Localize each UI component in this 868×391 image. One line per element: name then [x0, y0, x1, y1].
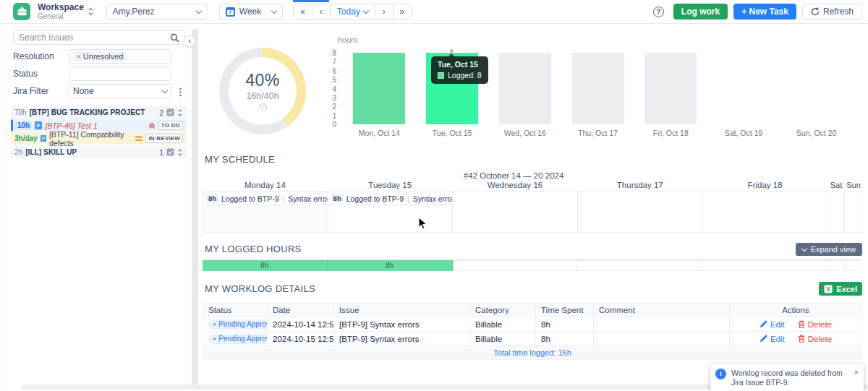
category-cell: Billable: [470, 332, 536, 345]
up-down-chevron-icon: [88, 7, 93, 16]
edit-button[interactable]: Edit: [760, 335, 785, 343]
estimate-label: 2h: [14, 148, 22, 156]
status-badge: TO DO: [158, 121, 183, 130]
logged-hours-cell: [453, 260, 578, 271]
schedule-cell[interactable]: [845, 191, 862, 233]
x-axis-label: Sat, Oct 19: [707, 129, 780, 137]
help-icon[interactable]: ?: [653, 7, 664, 17]
checkbox-icon[interactable]: [166, 108, 174, 116]
bar[interactable]: [572, 53, 624, 124]
status-badge: Pending Approval: [208, 334, 268, 344]
schedule-cell[interactable]: [578, 191, 703, 233]
x-axis-label: Thu, Oct 17: [561, 129, 634, 137]
status-field[interactable]: [69, 66, 171, 81]
priority-medium-icon: [135, 136, 142, 142]
pencil-icon: [760, 335, 767, 343]
schedule-cell[interactable]: 8hLogged to BTP-9|Syntax errors: [203, 191, 328, 233]
jira-filter-label: Jira Filter: [13, 86, 69, 96]
sidebar-item-issue-btp-11[interactable]: 3h/day [BTP-11] Compatibility defects IN…: [11, 132, 187, 145]
user-select-value: Amy.Perez: [113, 7, 155, 17]
logged-hours-cell[interactable]: 8h: [203, 260, 328, 271]
x-axis-label: Sun, Oct 20: [780, 129, 853, 137]
issue-count: 2: [159, 108, 163, 117]
filter-menu-button[interactable]: [176, 87, 184, 97]
close-icon[interactable]: ×: [854, 369, 859, 376]
search-icon[interactable]: [170, 33, 179, 43]
user-select[interactable]: Amy.Perez: [106, 4, 208, 20]
schedule-cell[interactable]: 8hLogged to BTP-9|Syntax errors: [328, 191, 454, 233]
document-icon: [35, 121, 42, 129]
total-time-logged: Total time logged: 16h: [203, 346, 862, 360]
bar-chart-plot: [343, 53, 853, 124]
delete-button[interactable]: Delete: [798, 320, 832, 329]
date-cell: 2024-10-15 12:54: [268, 332, 334, 345]
next-week-button[interactable]: ›: [375, 4, 393, 19]
jira-filter-select[interactable]: None: [69, 84, 171, 98]
top-toolbar: Workspace General Amy.Perez 7 Week « ‹ T…: [0, 0, 868, 24]
refresh-button[interactable]: Refresh: [802, 4, 862, 20]
period-select[interactable]: 7 Week: [219, 4, 283, 20]
actions-cell: Edit Delete: [730, 332, 862, 345]
status-cell: Pending Approval: [203, 332, 268, 345]
log-work-button[interactable]: Log work: [673, 4, 728, 20]
mouse-cursor: [418, 217, 427, 230]
entry-summary-text: Syntax errors: [288, 194, 328, 203]
schedule-cell[interactable]: [827, 191, 845, 233]
today-button[interactable]: Today: [330, 4, 375, 19]
schedule-cell[interactable]: [453, 191, 578, 233]
workspace-icon[interactable]: [13, 3, 30, 20]
entry-summary-text: Syntax errors: [413, 194, 453, 203]
sidebar-resize-handle[interactable]: [192, 29, 198, 388]
x-axis-label: Tue, Oct 15: [416, 129, 489, 137]
completion-donut: 40% 16h/40h ?: [219, 48, 306, 134]
table-row: Pending Approval 2024-10-15 12:54 [BTP-9…: [203, 332, 862, 346]
delete-button[interactable]: Delete: [798, 335, 832, 343]
help-icon[interactable]: ?: [259, 103, 267, 111]
bar[interactable]: [644, 53, 697, 124]
y-tick-label: 6: [332, 66, 336, 74]
checkbox-icon[interactable]: [166, 148, 174, 156]
bar[interactable]: [499, 53, 551, 124]
sidebar-item-project-ill[interactable]: 2h [ILL] SKILL UP 1: [11, 146, 187, 158]
bar[interactable]: [353, 53, 405, 124]
status-label: Status: [13, 69, 69, 79]
schedule-cell[interactable]: [702, 191, 827, 233]
resolution-label: Resolution: [13, 51, 69, 61]
first-week-button[interactable]: «: [294, 4, 312, 19]
sidebar-item-project-btp[interactable]: 70h [BTP] BUG TRACKING PROJECT 2: [11, 106, 187, 119]
schedule-entry[interactable]: 8hLogged to BTP-9|Syntax errors: [204, 192, 327, 205]
remove-tag-icon[interactable]: ×: [77, 53, 81, 61]
new-task-button[interactable]: + New Task: [733, 4, 796, 20]
y-tick-label: 8: [332, 49, 336, 57]
last-week-button[interactable]: »: [393, 4, 411, 19]
previous-week-button[interactable]: ‹: [312, 4, 330, 19]
chevron-left-icon: ‹: [188, 37, 191, 45]
hover-point: [450, 49, 454, 53]
sort-arrows-icon[interactable]: [177, 108, 183, 117]
y-tick-label: 7: [332, 58, 336, 66]
excel-icon: X: [824, 285, 833, 293]
search-input[interactable]: [19, 33, 170, 43]
schedule-day-header: Tuesday 15: [328, 181, 453, 189]
export-excel-button[interactable]: X Excel: [819, 282, 862, 296]
toolbar-actions: ? Log work + New Task Refresh: [653, 4, 862, 20]
chevron-down-icon: [363, 7, 369, 13]
logged-hours-cell[interactable]: 8h: [328, 260, 453, 271]
resolution-field[interactable]: × Unresolved: [69, 49, 171, 64]
bar-chart-x-labels: Mon, Oct 14Tue, Oct 15Wed, Oct 16Thu, Oc…: [343, 129, 853, 137]
schedule-entry[interactable]: 8hLogged to BTP-9|Syntax errors: [329, 192, 452, 205]
estimate-label: 3h/day: [14, 134, 38, 142]
schedule-section-title: MY SCHEDULE: [205, 154, 275, 165]
sidebar-collapse-button[interactable]: ‹: [184, 35, 195, 47]
comment-cell: [594, 317, 730, 331]
chevron-down-icon: [801, 245, 807, 251]
y-tick-label: 3: [332, 93, 336, 101]
workspace-switcher[interactable]: Workspace General: [38, 3, 93, 20]
resolution-tag: × Unresolved: [73, 51, 127, 61]
edit-button[interactable]: Edit: [760, 320, 785, 329]
schedule-day-header: Sun: [845, 181, 862, 189]
expand-view-button[interactable]: Expand view: [796, 243, 862, 256]
estimate-label: 70h: [14, 108, 27, 116]
sort-arrows-icon[interactable]: [177, 148, 183, 157]
workspace-subtitle: General: [38, 12, 84, 20]
